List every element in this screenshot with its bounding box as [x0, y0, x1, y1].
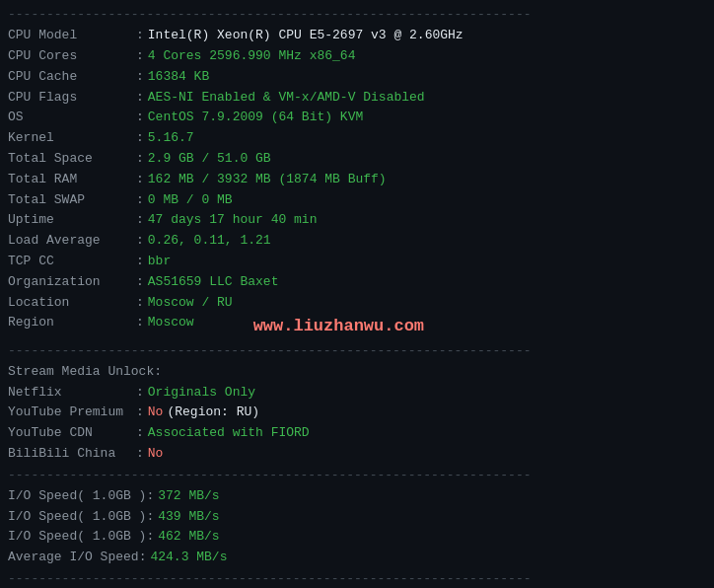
region-label: Region — [8, 313, 136, 339]
io-section: I/O Speed( 1.0GB ) : 372 MB/s I/O Speed(… — [8, 486, 706, 568]
io1-value: 372 MB/s — [158, 486, 219, 507]
cpu-flags-row: CPU Flags : AES-NI Enabled & VM-x/AMD-V … — [8, 88, 706, 109]
load-avg-label: Load Average — [8, 231, 136, 252]
location-row: Location : Moscow / RU — [8, 293, 706, 314]
cpu-cache-colon: : — [136, 67, 144, 88]
netflix-label: Netflix — [8, 383, 136, 404]
kernel-label: Kernel — [8, 128, 136, 149]
total-space-row: Total Space : 2.9 GB / 51.0 GB — [8, 149, 706, 170]
os-row: OS : CentOS 7.9.2009 (64 Bit) KVM — [8, 108, 706, 128]
kernel-value: 5.16.7 — [148, 128, 194, 149]
total-space-colon: : — [136, 149, 144, 170]
bilibili-row: BiliBili China : No — [8, 444, 706, 465]
cpu-cores-label: CPU Cores — [8, 46, 136, 67]
divider-top: ----------------------------------------… — [8, 6, 706, 24]
total-swap-label: Total SWAP — [8, 190, 136, 211]
uptime-label: Uptime — [8, 210, 136, 231]
youtube-prem-row: YouTube Premium : No (Region: RU) — [8, 403, 706, 423]
netflix-value: Originals Only — [148, 383, 255, 404]
io3-row: I/O Speed( 1.0GB ) : 462 MB/s — [8, 527, 706, 548]
cpu-cache-row: CPU Cache : 16384 KB — [8, 67, 706, 88]
io2-colon: : — [146, 507, 154, 528]
os-value: CentOS 7.9.2009 (64 Bit) KVM — [148, 108, 363, 128]
bilibili-label: BiliBili China — [8, 444, 136, 465]
bilibili-colon: : — [136, 444, 144, 465]
cpu-cores-row: CPU Cores : 4 Cores 2596.990 MHz x86_64 — [8, 46, 706, 67]
uptime-colon: : — [136, 210, 144, 231]
cpu-model-colon: : — [136, 26, 144, 46]
youtube-prem-colon: : — [136, 403, 144, 423]
total-ram-label: Total RAM — [8, 170, 136, 190]
io2-row: I/O Speed( 1.0GB ) : 439 MB/s — [8, 507, 706, 528]
io1-colon: : — [146, 486, 154, 507]
io-avg-colon: : — [139, 548, 147, 568]
total-ram-colon: : — [136, 170, 144, 190]
tcp-cc-value: bbr — [148, 252, 171, 272]
total-swap-value: 0 MB / 0 MB — [148, 190, 233, 211]
cpu-model-label: CPU Model — [8, 26, 136, 46]
stream-row: Stream Media Unlock : — [8, 362, 706, 383]
youtube-prem-label: YouTube Premium — [8, 403, 136, 423]
org-row: Organization : AS51659 LLC Baxet — [8, 272, 706, 293]
stream-label: Stream Media Unlock — [8, 362, 154, 383]
load-avg-value: 0.26, 0.11, 1.21 — [148, 231, 271, 252]
io-avg-label: Average I/O Speed — [8, 548, 139, 568]
location-colon: : — [136, 293, 144, 314]
io3-colon: : — [146, 527, 154, 548]
load-avg-row: Load Average : 0.26, 0.11, 1.21 — [8, 231, 706, 252]
terminal: ----------------------------------------… — [8, 6, 706, 588]
io1-label: I/O Speed( 1.0GB ) — [8, 486, 146, 507]
region-row: Region : Moscow www.liuzhanwu.com — [8, 313, 706, 339]
bilibili-value: No — [148, 444, 164, 465]
divider-io: ----------------------------------------… — [8, 467, 706, 484]
netflix-row: Netflix : Originals Only — [8, 383, 706, 404]
system-info-section: CPU Model : Intel(R) Xeon(R) CPU E5-2697… — [8, 26, 706, 339]
total-swap-colon: : — [136, 190, 144, 211]
youtube-cdn-value: Associated with FIORD — [148, 423, 310, 444]
org-value: AS51659 LLC Baxet — [148, 272, 279, 293]
total-ram-row: Total RAM : 162 MB / 3932 MB (1874 MB Bu… — [8, 170, 706, 190]
cpu-cache-label: CPU Cache — [8, 67, 136, 88]
io-avg-value: 424.3 MB/s — [150, 548, 227, 568]
cpu-cores-value: 4 Cores 2596.990 MHz x86_64 — [148, 46, 356, 67]
youtube-cdn-label: YouTube CDN — [8, 423, 136, 444]
youtube-cdn-colon: : — [136, 423, 144, 444]
total-swap-row: Total SWAP : 0 MB / 0 MB — [8, 190, 706, 211]
tcp-cc-colon: : — [136, 252, 144, 272]
total-space-label: Total Space — [8, 149, 136, 170]
org-label: Organization — [8, 272, 136, 293]
stream-section: Stream Media Unlock : Netflix : Original… — [8, 362, 706, 465]
netflix-colon: : — [136, 383, 144, 404]
io2-label: I/O Speed( 1.0GB ) — [8, 507, 146, 528]
cpu-flags-label: CPU Flags — [8, 88, 136, 109]
cpu-model-row: CPU Model : Intel(R) Xeon(R) CPU E5-2697… — [8, 26, 706, 46]
io1-row: I/O Speed( 1.0GB ) : 372 MB/s — [8, 486, 706, 507]
location-value: Moscow / RU — [148, 293, 233, 314]
kernel-row: Kernel : 5.16.7 — [8, 128, 706, 149]
divider-stream: ----------------------------------------… — [8, 342, 706, 360]
watermark-text: www.liuzhanwu.com — [253, 313, 424, 339]
kernel-colon: : — [136, 128, 144, 149]
org-colon: : — [136, 272, 144, 293]
region-colon: : — [136, 313, 144, 339]
io2-value: 439 MB/s — [158, 507, 219, 528]
divider-geekbench: ----------------------------------------… — [8, 570, 706, 588]
io-avg-row: Average I/O Speed : 424.3 MB/s — [8, 548, 706, 568]
load-avg-colon: : — [136, 231, 144, 252]
stream-colon: : — [154, 362, 162, 383]
uptime-row: Uptime : 47 days 17 hour 40 min — [8, 210, 706, 231]
cpu-cache-value: 16384 KB — [148, 67, 209, 88]
youtube-prem-value-red: No — [148, 403, 164, 423]
total-ram-value: 162 MB / 3932 MB (1874 MB Buff) — [148, 170, 387, 190]
tcp-cc-row: TCP CC : bbr — [8, 252, 706, 272]
cpu-model-value: Intel(R) Xeon(R) CPU E5-2697 v3 @ 2.60GH… — [148, 26, 464, 46]
region-value: Moscow — [148, 313, 194, 339]
os-colon: : — [136, 108, 144, 128]
cpu-flags-colon: : — [136, 88, 144, 109]
youtube-prem-value-white: (Region: RU) — [167, 403, 259, 423]
cpu-cores-colon: : — [136, 46, 144, 67]
uptime-value: 47 days 17 hour 40 min — [148, 210, 318, 231]
location-label: Location — [8, 293, 136, 314]
youtube-cdn-row: YouTube CDN : Associated with FIORD — [8, 423, 706, 444]
tcp-cc-label: TCP CC — [8, 252, 136, 272]
